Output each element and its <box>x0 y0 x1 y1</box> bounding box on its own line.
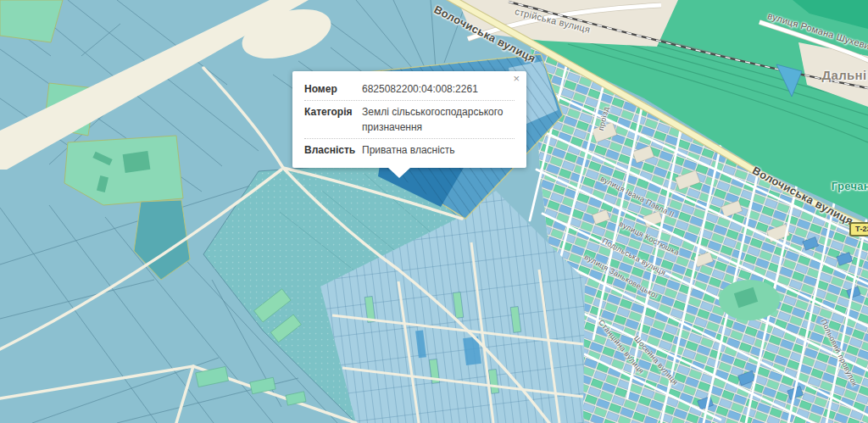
parcel-ownership-value: Приватна власність <box>362 143 515 158</box>
map-canvas[interactable] <box>0 0 868 423</box>
cadastral-map-view[interactable]: Волочиська вулицястрійська вулицявулиця … <box>0 0 868 423</box>
parcel-number-value: 6825082200:04:008:2261 <box>362 82 515 97</box>
parcel-info-popup: × Номер 6825082200:04:008:2261 Категорія… <box>292 71 526 168</box>
popup-row-category: Категорія Землі сільськогосподарського п… <box>304 100 515 138</box>
field-label: Номер <box>304 82 362 97</box>
parcel-category-value: Землі сільськогосподарського призначення <box>362 105 515 135</box>
popup-pointer-tail <box>387 167 411 178</box>
popup-close-button[interactable]: × <box>513 73 520 84</box>
popup-row-ownership: Власність Приватна власність <box>304 138 515 161</box>
field-label: Власність <box>304 143 362 158</box>
popup-row-number: Номер 6825082200:04:008:2261 <box>304 78 515 100</box>
road-ref-badge: Т-23 <box>849 222 868 237</box>
field-label: Категорія <box>304 105 362 135</box>
